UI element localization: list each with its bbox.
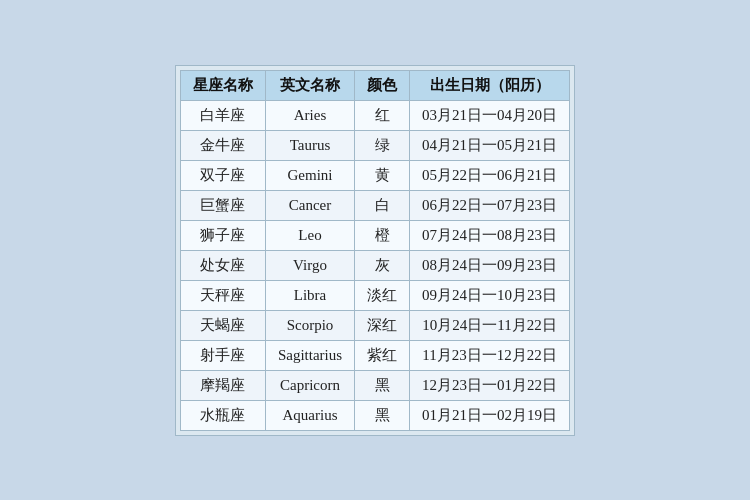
cell-color: 绿 bbox=[355, 130, 410, 160]
zodiac-table-container: 星座名称 英文名称 颜色 出生日期（阳历） 白羊座Aries红03月21日一04… bbox=[175, 65, 575, 436]
cell-color: 白 bbox=[355, 190, 410, 220]
table-row: 巨蟹座Cancer白06月22日一07月23日 bbox=[180, 190, 569, 220]
cell-chinese-name: 摩羯座 bbox=[180, 370, 265, 400]
cell-chinese-name: 金牛座 bbox=[180, 130, 265, 160]
cell-date: 04月21日一05月21日 bbox=[410, 130, 570, 160]
cell-chinese-name: 狮子座 bbox=[180, 220, 265, 250]
cell-english-name: Aries bbox=[265, 100, 354, 130]
cell-chinese-name: 天秤座 bbox=[180, 280, 265, 310]
table-row: 双子座Gemini黄05月22日一06月21日 bbox=[180, 160, 569, 190]
table-row: 白羊座Aries红03月21日一04月20日 bbox=[180, 100, 569, 130]
cell-color: 紫红 bbox=[355, 340, 410, 370]
table-row: 天秤座Libra淡红09月24日一10月23日 bbox=[180, 280, 569, 310]
cell-date: 01月21日一02月19日 bbox=[410, 400, 570, 430]
cell-color: 黄 bbox=[355, 160, 410, 190]
cell-date: 07月24日一08月23日 bbox=[410, 220, 570, 250]
cell-color: 红 bbox=[355, 100, 410, 130]
zodiac-table: 星座名称 英文名称 颜色 出生日期（阳历） 白羊座Aries红03月21日一04… bbox=[180, 70, 570, 431]
cell-chinese-name: 水瓶座 bbox=[180, 400, 265, 430]
cell-color: 灰 bbox=[355, 250, 410, 280]
table-row: 摩羯座Capricorn黑12月23日一01月22日 bbox=[180, 370, 569, 400]
cell-english-name: Gemini bbox=[265, 160, 354, 190]
cell-color: 淡红 bbox=[355, 280, 410, 310]
cell-date: 11月23日一12月22日 bbox=[410, 340, 570, 370]
table-row: 金牛座Taurus绿04月21日一05月21日 bbox=[180, 130, 569, 160]
cell-chinese-name: 双子座 bbox=[180, 160, 265, 190]
header-english-name: 英文名称 bbox=[265, 70, 354, 100]
cell-color: 黑 bbox=[355, 400, 410, 430]
cell-chinese-name: 巨蟹座 bbox=[180, 190, 265, 220]
cell-date: 08月24日一09月23日 bbox=[410, 250, 570, 280]
cell-date: 03月21日一04月20日 bbox=[410, 100, 570, 130]
cell-color: 深红 bbox=[355, 310, 410, 340]
cell-date: 12月23日一01月22日 bbox=[410, 370, 570, 400]
header-date: 出生日期（阳历） bbox=[410, 70, 570, 100]
cell-english-name: Libra bbox=[265, 280, 354, 310]
cell-date: 06月22日一07月23日 bbox=[410, 190, 570, 220]
cell-chinese-name: 射手座 bbox=[180, 340, 265, 370]
table-row: 天蝎座Scorpio深红10月24日一11月22日 bbox=[180, 310, 569, 340]
cell-color: 橙 bbox=[355, 220, 410, 250]
cell-english-name: Taurus bbox=[265, 130, 354, 160]
cell-english-name: Capricorn bbox=[265, 370, 354, 400]
cell-english-name: Virgo bbox=[265, 250, 354, 280]
cell-chinese-name: 处女座 bbox=[180, 250, 265, 280]
cell-date: 10月24日一11月22日 bbox=[410, 310, 570, 340]
table-row: 射手座Sagittarius紫红11月23日一12月22日 bbox=[180, 340, 569, 370]
cell-english-name: Scorpio bbox=[265, 310, 354, 340]
cell-english-name: Sagittarius bbox=[265, 340, 354, 370]
cell-chinese-name: 天蝎座 bbox=[180, 310, 265, 340]
table-row: 水瓶座Aquarius黑01月21日一02月19日 bbox=[180, 400, 569, 430]
header-color: 颜色 bbox=[355, 70, 410, 100]
table-body: 白羊座Aries红03月21日一04月20日金牛座Taurus绿04月21日一0… bbox=[180, 100, 569, 430]
cell-english-name: Leo bbox=[265, 220, 354, 250]
header-chinese-name: 星座名称 bbox=[180, 70, 265, 100]
cell-date: 09月24日一10月23日 bbox=[410, 280, 570, 310]
table-header-row: 星座名称 英文名称 颜色 出生日期（阳历） bbox=[180, 70, 569, 100]
cell-english-name: Cancer bbox=[265, 190, 354, 220]
cell-date: 05月22日一06月21日 bbox=[410, 160, 570, 190]
cell-chinese-name: 白羊座 bbox=[180, 100, 265, 130]
cell-english-name: Aquarius bbox=[265, 400, 354, 430]
cell-color: 黑 bbox=[355, 370, 410, 400]
table-row: 处女座Virgo灰08月24日一09月23日 bbox=[180, 250, 569, 280]
table-row: 狮子座Leo橙07月24日一08月23日 bbox=[180, 220, 569, 250]
